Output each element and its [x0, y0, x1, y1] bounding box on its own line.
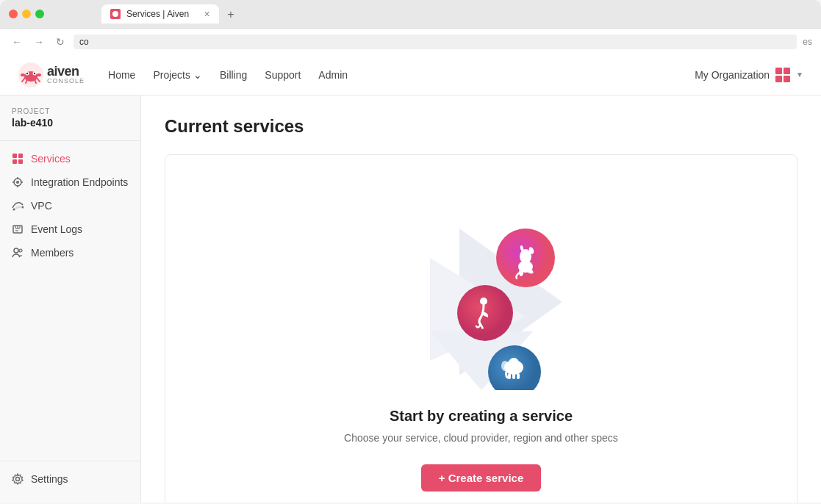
refresh-button[interactable]: ↻ [53, 35, 68, 49]
nav-billing[interactable]: Billing [220, 66, 247, 84]
svg-point-0 [112, 11, 118, 17]
svg-point-5 [26, 72, 28, 73]
tab-close-icon[interactable]: ✕ [204, 10, 210, 19]
page-title: Current services [165, 116, 797, 137]
vpc-icon [12, 200, 24, 212]
organization-grid-icon [775, 68, 790, 82]
sidebar-members-label: Members [31, 247, 74, 259]
maximize-button[interactable] [35, 10, 44, 18]
minimize-button[interactable] [22, 10, 31, 18]
svg-point-23 [13, 209, 15, 211]
svg-rect-16 [18, 159, 23, 164]
svg-point-7 [21, 73, 25, 76]
address-bar: ← → ↻ es [0, 28, 821, 54]
nav-support[interactable]: Support [265, 66, 301, 84]
url-input[interactable] [74, 35, 797, 49]
svg-rect-50 [508, 373, 511, 379]
svg-point-6 [34, 72, 35, 73]
svg-rect-51 [512, 373, 515, 379]
services-icon [12, 153, 24, 165]
top-nav: aiven CONSOLE Home Projects ⌄ Billing Su… [0, 54, 821, 96]
integration-endpoints-icon [12, 176, 24, 188]
svg-point-32 [19, 249, 22, 252]
sidebar-item-services[interactable]: Services [0, 147, 140, 170]
nav-projects[interactable]: Projects ⌄ [153, 66, 202, 84]
sidebar-item-integration-endpoints[interactable]: Integration Endpoints [0, 170, 140, 194]
nav-right: My Organization ▼ [695, 68, 803, 82]
svg-point-18 [16, 181, 19, 184]
project-name: lab-e410 [0, 117, 140, 140]
forward-button[interactable]: → [31, 35, 47, 49]
svg-point-31 [14, 248, 18, 253]
services-illustration [356, 184, 606, 390]
sidebar-integration-label: Integration Endpoints [31, 176, 128, 188]
new-tab-button[interactable]: + [222, 6, 240, 24]
sidebar-services-label: Services [31, 153, 71, 165]
tab-favicon [110, 9, 121, 19]
sidebar: PROJECT lab-e410 Services [0, 96, 141, 503]
sidebar-divider [0, 140, 140, 141]
nav-links: Home Projects ⌄ Billing Support Admin [108, 66, 695, 84]
svg-point-8 [37, 73, 41, 76]
organization-menu[interactable]: My Organization ▼ [695, 68, 803, 82]
logo-name: aiven [47, 65, 85, 78]
back-button[interactable]: ← [9, 35, 25, 49]
project-label: PROJECT [0, 107, 140, 117]
org-label: My Organization [695, 69, 770, 81]
create-service-button[interactable]: + Create service [421, 464, 542, 492]
traffic-lights [9, 10, 44, 18]
sidebar-item-members[interactable]: Members [0, 241, 140, 264]
svg-rect-52 [517, 373, 520, 379]
org-chevron-icon: ▼ [796, 71, 803, 79]
sidebar-item-vpc[interactable]: VPC [0, 194, 140, 217]
svg-rect-13 [12, 154, 17, 158]
svg-point-48 [509, 358, 519, 368]
projects-chevron-icon: ⌄ [193, 69, 202, 81]
sidebar-item-event-logs[interactable]: Event Logs [0, 217, 140, 241]
svg-point-33 [16, 478, 20, 481]
members-icon [12, 247, 24, 259]
main-content: Current services [141, 96, 821, 503]
empty-state-card: Start by creating a service Choose your … [165, 154, 797, 503]
sidebar-item-settings[interactable]: Settings [0, 467, 140, 491]
sidebar-settings-label: Settings [31, 473, 68, 485]
aiven-logo-icon [18, 62, 44, 88]
empty-state-title: Start by creating a service [390, 408, 573, 425]
svg-rect-14 [18, 154, 23, 158]
nav-admin[interactable]: Admin [318, 66, 348, 84]
tab-title: Services | Aiven [126, 9, 189, 19]
event-logs-icon [12, 223, 24, 235]
nav-home[interactable]: Home [108, 66, 135, 84]
sidebar-vpc-label: VPC [31, 200, 52, 212]
url-suffix: es [803, 37, 812, 47]
svg-point-24 [22, 206, 24, 209]
sidebar-bottom: Settings [0, 461, 140, 491]
sidebar-event-logs-label: Event Logs [31, 223, 82, 235]
settings-icon [12, 473, 24, 485]
active-tab[interactable]: Services | Aiven ✕ [101, 4, 219, 24]
logo[interactable]: aiven CONSOLE [18, 62, 85, 88]
close-button[interactable] [9, 10, 18, 18]
svg-rect-15 [12, 159, 17, 164]
empty-state-description: Choose your service, cloud provider, reg… [344, 432, 618, 444]
logo-subtitle: CONSOLE [47, 78, 85, 84]
